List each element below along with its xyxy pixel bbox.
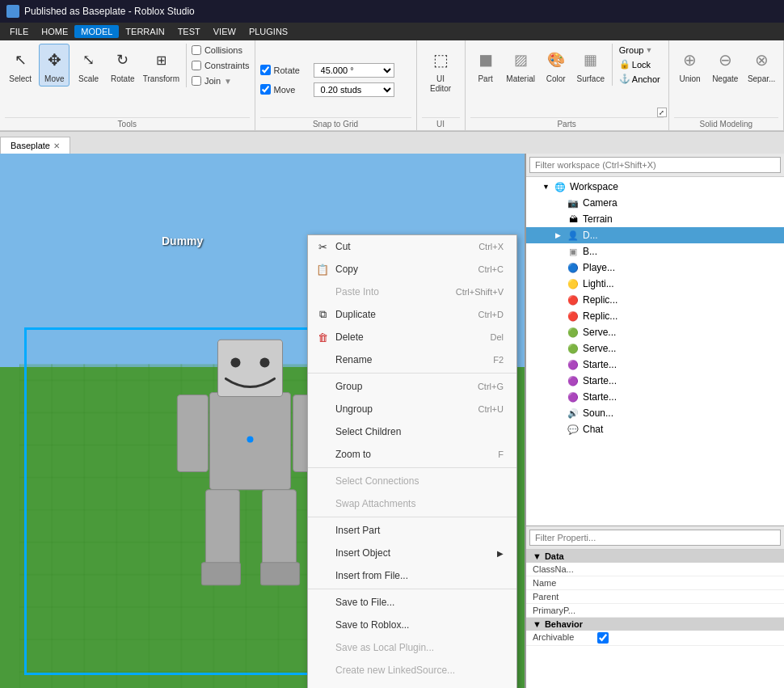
terrain-icon: 🏔 [567, 213, 580, 226]
union-button[interactable]: ⊕ Union [674, 44, 706, 87]
collisions-checkbox[interactable] [192, 45, 201, 55]
context-select-connections[interactable]: Select Connections [308, 470, 516, 492]
context-create-linked-source[interactable]: Create new LinkedSource... [308, 659, 516, 682]
tree-starte1[interactable]: 🟣 Starte... [526, 357, 784, 373]
paste-icon [314, 284, 331, 300]
rotate-icon: ↻ [110, 47, 136, 73]
context-paste-into[interactable]: Paste Into Ctrl+Shift+V [308, 281, 516, 303]
ui-editor-button[interactable]: ⬚ UI Editor [423, 44, 458, 97]
context-save-to-roblox[interactable]: Save to Roblox... [308, 614, 516, 636]
lock-button[interactable]: 🔒 Lock [616, 57, 664, 71]
context-select-children[interactable]: Select Children [308, 420, 516, 443]
constraints-checkbox-row[interactable]: Constraints [192, 59, 250, 72]
collisions-checkbox-row[interactable]: Collisions [192, 44, 250, 57]
serve2-icon: 🟢 [567, 342, 580, 355]
join-checkbox-row[interactable]: Join ▼ [192, 74, 250, 87]
tree-replic1[interactable]: 🔴 Replic... [526, 292, 784, 308]
workspace-filter-input[interactable] [529, 157, 781, 173]
menu-view[interactable]: VIEW [207, 25, 242, 38]
prop-section-behavior[interactable]: ▼ Behavior [526, 618, 784, 631]
separate-button[interactable]: ⊗ Separ... [744, 44, 778, 87]
context-duplicate[interactable]: ⧉ Duplicate Ctrl+D [308, 303, 516, 326]
delete-icon: 🗑 [314, 329, 331, 345]
move-snap-checkbox[interactable] [260, 84, 271, 95]
tree-serve1[interactable]: 🟢 Serve... [526, 324, 784, 340]
tab-close-button[interactable]: ✕ [53, 141, 60, 150]
context-insert-from-file[interactable]: Insert from File... [308, 564, 516, 587]
constraints-checkbox[interactable] [192, 61, 201, 70]
select-tool-button[interactable]: ↖ Select [5, 44, 36, 87]
archivable-checkbox[interactable] [597, 632, 609, 644]
scale-tool-button[interactable]: ⤡ Scale [73, 44, 103, 87]
menu-test[interactable]: TEST [171, 25, 207, 38]
camera-icon: 📷 [567, 196, 580, 209]
anchor-button[interactable]: ⚓ Anchor [616, 72, 664, 86]
tree-sound[interactable]: 🔊 Soun... [526, 405, 784, 421]
tree-serve2[interactable]: 🟢 Serve... [526, 340, 784, 357]
lock-label: Lock [632, 60, 651, 70]
color-button[interactable]: 🎨 Color [541, 44, 571, 87]
context-delete[interactable]: 🗑 Delete Del [308, 326, 516, 348]
anchor-icon: ⚓ [619, 74, 630, 84]
context-ungroup[interactable]: Ungroup Ctrl+U [308, 398, 516, 420]
context-swap-attachments[interactable]: Swap Attachments [308, 492, 516, 515]
context-save-to-file[interactable]: Save to File... [308, 591, 516, 614]
snap-to-grid-section: Rotate 45.000 ° Move 0.20 studs Snap to … [255, 40, 417, 130]
tree-dummy-arrow[interactable]: ▶ [555, 231, 567, 239]
tree-starte2[interactable]: 🟣 Starte... [526, 373, 784, 389]
players-icon: 🔵 [567, 261, 580, 274]
context-separator-2 [308, 467, 516, 468]
transform-tool-button[interactable]: ⊞ Transform [141, 44, 181, 87]
context-publish-plugin[interactable]: Publish as Plugin... [308, 682, 516, 688]
tree-players[interactable]: 🔵 Playe... [526, 260, 784, 276]
move-tool-button[interactable]: ✥ Move [39, 44, 70, 87]
starte3-icon: 🟣 [567, 390, 580, 403]
surface-button[interactable]: ▦ Surface [575, 44, 607, 87]
constraints-label: Constraints [204, 61, 250, 70]
rotate-snap-select[interactable]: 45.000 ° [314, 63, 394, 78]
parts-expand-button[interactable]: ⤢ [657, 108, 667, 117]
context-zoom-to[interactable]: Zoom to F [308, 443, 516, 466]
tree-starte3[interactable]: 🟣 Starte... [526, 389, 784, 405]
context-copy[interactable]: 📋 Copy Ctrl+C [308, 258, 516, 281]
swap-attachments-icon [314, 496, 331, 512]
context-save-local-plugin[interactable]: Save as Local Plugin... [308, 636, 516, 659]
tree-terrain[interactable]: 🏔 Terrain [526, 211, 784, 227]
save-plugin-icon [314, 639, 331, 656]
select-connections-icon [314, 473, 331, 489]
context-insert-object[interactable]: Insert Object ▶ [308, 542, 516, 564]
rotate-tool-button[interactable]: ↻ Rotate [107, 44, 138, 87]
tab-baseplate[interactable]: Baseplate ✕ [0, 137, 70, 154]
tree-dummy[interactable]: ▶ 👤 D... [526, 227, 784, 243]
tree-chat[interactable]: 💬 Chat [526, 421, 784, 437]
viewport[interactable]: Dummy [0, 154, 525, 688]
context-rename[interactable]: Rename F2 [308, 348, 516, 371]
menu-home[interactable]: HOME [35, 25, 74, 38]
menu-plugins[interactable]: PLUGINS [242, 25, 294, 38]
tree-workspace-arrow[interactable]: ▼ [542, 183, 554, 191]
insert-file-icon [314, 568, 331, 584]
part-button[interactable]: ◼ Part [470, 44, 501, 87]
menu-terrain[interactable]: TERRAIN [119, 25, 171, 38]
join-checkbox[interactable] [192, 76, 201, 86]
material-button[interactable]: ▨ Material [504, 44, 537, 87]
group-label: Group [619, 45, 644, 55]
tree-b[interactable]: ▣ B... [526, 243, 784, 260]
properties-filter-input[interactable] [529, 530, 781, 546]
tree-replic2[interactable]: 🔴 Replic... [526, 308, 784, 324]
anchor-label: Anchor [632, 74, 660, 84]
negate-button[interactable]: ⊖ Negate [709, 44, 741, 87]
group-button[interactable]: Group ▼ [616, 44, 664, 57]
tree-workspace[interactable]: ▼ 🌐 Workspace [526, 179, 784, 195]
context-group[interactable]: Group Ctrl+G [308, 375, 516, 398]
tree-lighting[interactable]: 🟡 Lighti... [526, 276, 784, 292]
context-cut[interactable]: ✂ Cut Ctrl+X [308, 235, 516, 258]
prop-section-data[interactable]: ▼ Data [526, 550, 784, 563]
menu-model[interactable]: MODEL [74, 25, 119, 38]
move-snap-select[interactable]: 0.20 studs [314, 82, 394, 97]
tree-camera[interactable]: 📷 Camera [526, 195, 784, 211]
dummy-tree-icon: 👤 [567, 229, 580, 242]
context-insert-part[interactable]: Insert Part [308, 519, 516, 542]
rotate-snap-checkbox[interactable] [260, 65, 271, 75]
menu-file[interactable]: FILE [3, 25, 35, 38]
